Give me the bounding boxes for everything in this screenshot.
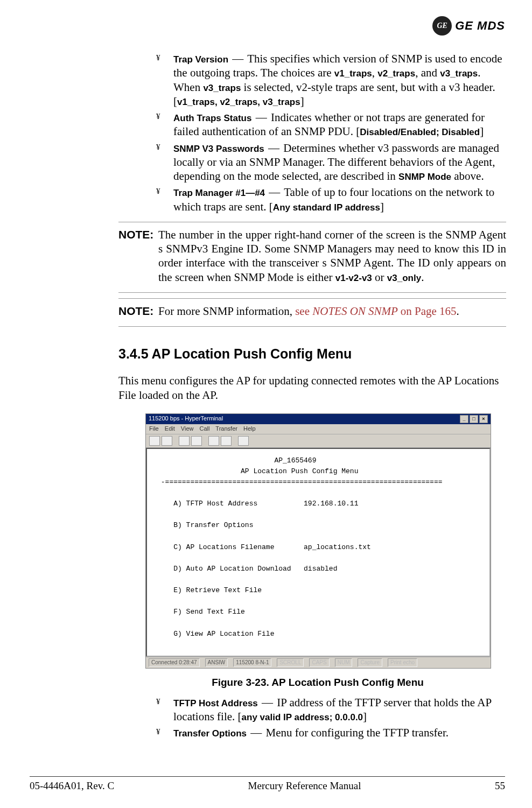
status-cell: NUM xyxy=(335,658,353,668)
menu-item[interactable]: File xyxy=(149,425,159,432)
window-controls: _ □ × xyxy=(460,415,488,423)
status-cell: Capture xyxy=(358,658,382,668)
divider xyxy=(118,222,506,222)
tool-icon[interactable] xyxy=(191,436,202,446)
terminal-title: 115200 bps - HyperTerminal xyxy=(149,415,223,423)
status-cell: SCROLL xyxy=(277,658,304,668)
divider xyxy=(118,326,506,327)
brand-logo: GE GE MDS xyxy=(432,16,505,36)
menu-item[interactable]: Edit xyxy=(165,425,175,432)
list-item: ¥ TFTP Host Address — IP address of the … xyxy=(156,695,506,724)
list-item: ¥ SNMP V3 Passwords — Determines whether… xyxy=(156,141,506,184)
terminal-menubar: File Edit View Call Transfer Help xyxy=(146,424,491,434)
term-title: Trap Version xyxy=(173,54,228,65)
divider xyxy=(118,292,506,293)
cross-ref-link[interactable]: see NOTES ON SNMP on Page 165 xyxy=(295,305,456,318)
term-title: TFTP Host Address xyxy=(173,698,258,708)
bullet-marker: ¥ xyxy=(156,53,160,63)
tool-icon[interactable] xyxy=(162,436,172,446)
terminal-titlebar: 115200 bps - HyperTerminal _ □ × xyxy=(146,414,491,424)
tool-icon[interactable] xyxy=(238,436,249,446)
section-intro: This menu configures the AP for updating… xyxy=(118,374,506,402)
menu-item[interactable]: Call xyxy=(200,425,210,432)
note-label: NOTE: xyxy=(118,304,158,318)
menu-item[interactable]: View xyxy=(181,425,194,432)
tool-icon[interactable] xyxy=(221,436,232,446)
bullet-marker: ¥ xyxy=(156,186,160,196)
note-text: For more SNMP information, see NOTES ON … xyxy=(158,304,506,318)
note-label: NOTE: xyxy=(118,228,158,242)
menu-item[interactable]: Transfer xyxy=(215,425,237,432)
tool-icon[interactable] xyxy=(208,436,219,446)
term-title: Transfer Options xyxy=(173,728,247,739)
list-item: ¥ Trap Version — This specifies which ve… xyxy=(156,52,506,108)
status-cell: Connected 0:28:47 xyxy=(149,658,200,668)
page: GE GE MDS ¥ Trap Version — This specifie… xyxy=(0,0,532,808)
terminal-statusbar: Connected 0:28:47 ANSIW 115200 8-N-1 SCR… xyxy=(146,657,491,669)
minimize-icon[interactable]: _ xyxy=(460,415,468,423)
terminal-window: 115200 bps - HyperTerminal _ □ × File Ed… xyxy=(145,413,491,669)
footer-right: 55 xyxy=(495,780,505,792)
figure-caption: Figure 3-23. AP Location Push Config Men… xyxy=(145,676,490,689)
status-cell: Print echo xyxy=(388,658,417,668)
term-title: Trap Manager #1—#4 xyxy=(173,188,265,198)
note-block: NOTE: For more SNMP information, see NOT… xyxy=(118,304,506,318)
list-item: ¥ Auth Traps Status — Indicates whether … xyxy=(156,110,506,139)
list-item: ¥ Transfer Options — Menu for configurin… xyxy=(156,726,506,740)
term-body: Menu for configuring the TFTP transfer. xyxy=(266,726,449,739)
term-title: Auth Traps Status xyxy=(173,113,251,123)
bullet-marker: ¥ xyxy=(156,111,160,122)
list-item: ¥ Trap Manager #1—#4 — Table of up to fo… xyxy=(156,185,506,214)
divider xyxy=(118,298,506,299)
bullet-marker: ¥ xyxy=(156,697,160,707)
tool-icon[interactable] xyxy=(149,436,160,446)
tool-icon[interactable] xyxy=(179,436,190,446)
status-cell: CAPS xyxy=(309,658,329,668)
section-heading: 3.4.5 AP Location Push Config Menu xyxy=(118,346,506,362)
bullet-marker: ¥ xyxy=(156,142,160,152)
close-icon[interactable]: × xyxy=(479,415,488,423)
status-cell: ANSIW xyxy=(205,658,228,668)
status-cell: 115200 8-N-1 xyxy=(233,658,271,668)
note-text: The number in the upper right-hand corne… xyxy=(158,228,506,284)
footer-left: 05-4446A01, Rev. C xyxy=(30,780,114,792)
page-footer: 05-4446A01, Rev. C Mercury Reference Man… xyxy=(30,776,505,792)
footer-center: Mercury Reference Manual xyxy=(248,780,361,792)
terminal-body: AP_1655469 AP Location Push Config Menu … xyxy=(146,448,491,657)
brand-text: GE MDS xyxy=(455,19,505,33)
maximize-icon[interactable]: □ xyxy=(470,415,478,423)
term-title: SNMP V3 Passwords xyxy=(173,144,264,154)
menu-item[interactable]: Help xyxy=(243,425,256,432)
note-block: NOTE: The number in the upper right-hand… xyxy=(118,228,506,284)
ge-monogram-icon: GE xyxy=(432,16,452,36)
page-header: GE GE MDS xyxy=(30,16,505,36)
content-column: ¥ Trap Version — This specifies which ve… xyxy=(156,52,506,740)
terminal-toolbar xyxy=(146,434,491,448)
bullet-marker: ¥ xyxy=(156,727,160,737)
